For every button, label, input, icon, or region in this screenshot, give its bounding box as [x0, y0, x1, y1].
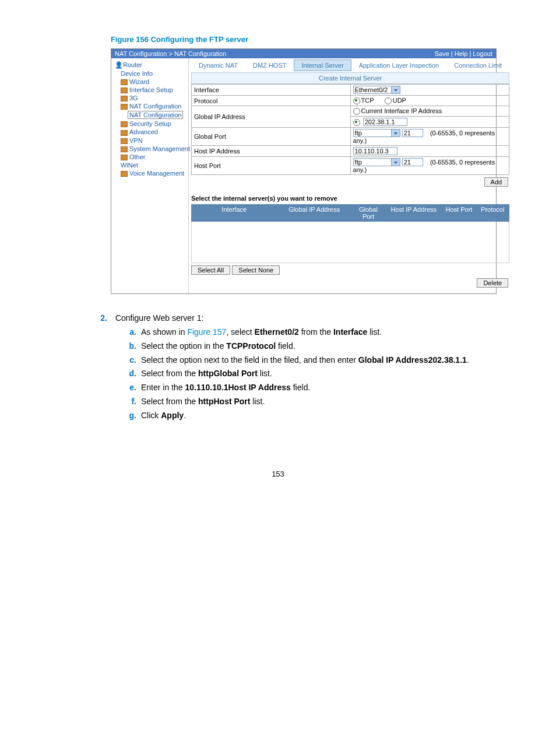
radio-tcp[interactable] [353, 97, 360, 104]
label-globalport: Global Port [192, 128, 351, 146]
substep: d.Select from the httpGlobal Port list. [126, 367, 521, 381]
folder-icon [121, 79, 128, 85]
delete-button[interactable]: Delete [477, 278, 508, 288]
label-interface: Interface [192, 85, 351, 96]
host-ip-input[interactable] [353, 147, 397, 155]
substep: b.Select the option in the TCPProtocol f… [126, 340, 521, 354]
tree-item[interactable]: NAT Configuration [112, 102, 187, 110]
folder-icon [121, 146, 128, 152]
global-port-input[interactable] [402, 129, 423, 137]
global-port-select[interactable]: ftp [353, 129, 400, 137]
folder-icon [121, 96, 128, 102]
folder-icon [121, 138, 128, 144]
host-port-input[interactable] [402, 158, 423, 166]
radio-udp-label: UDP [393, 97, 406, 104]
tree-root[interactable]: 👤Router [112, 61, 187, 69]
breadcrumb-bar: NAT Configuration > NAT Configuration Sa… [111, 49, 496, 58]
tree-item[interactable]: 3G [112, 94, 187, 102]
host-port-select[interactable]: ftp [353, 158, 400, 166]
folder-icon [121, 121, 128, 127]
interface-select[interactable]: Ethernet0/2 [353, 86, 400, 94]
tab[interactable]: Dynamic NAT [191, 60, 245, 71]
substep: a.As shown in Figure 157, select Etherne… [126, 326, 521, 340]
tree-item[interactable]: NAT Configuration [112, 110, 187, 120]
column-header: Interface [191, 204, 277, 222]
column-header: Protocol [476, 204, 509, 222]
tab[interactable]: DMZ HOST [245, 60, 294, 71]
select-none-button[interactable]: Select None [232, 265, 280, 275]
label-hostport: Host Port [192, 157, 351, 175]
column-header: Host Port [442, 204, 476, 222]
breadcrumb-links[interactable]: Save | Help | Logout [435, 50, 492, 57]
select-all-button[interactable]: Select All [191, 265, 230, 275]
figure-caption: Figure 156 Configuring the FTP server [111, 35, 521, 44]
radio-current-ip-label: Current Interface IP Address [361, 107, 442, 114]
tree-item[interactable]: Security Setup [112, 120, 187, 128]
nav-tree: 👤Router Device InfoWizardInterface Setup… [111, 58, 189, 293]
tab[interactable]: Application Layer Inspection [351, 60, 447, 71]
tree-item[interactable]: Wizard [112, 78, 187, 86]
radio-tcp-label: TCP [361, 97, 374, 104]
tab-bar: Dynamic NATDMZ HOSTInternal ServerApplic… [191, 60, 509, 71]
screenshot-panel: NAT Configuration > NAT Configuration Sa… [111, 48, 497, 294]
instructions: 2. Configure Web server 1: a.As shown in… [93, 312, 521, 422]
label-protocol: Protocol [192, 96, 351, 106]
column-header: Host IP Address [385, 204, 442, 222]
tree-item[interactable]: WiNet [112, 161, 187, 169]
tab[interactable]: Connection Limit [446, 60, 509, 71]
step-number: 2. [93, 312, 107, 326]
radio-udp[interactable] [385, 97, 392, 104]
tree-item[interactable]: Voice Management [112, 169, 187, 177]
step-text: Configure Web server 1: [115, 313, 203, 323]
tree-item[interactable]: Interface Setup [112, 86, 187, 94]
list-body [191, 222, 509, 263]
content-area: Dynamic NATDMZ HOSTInternal ServerApplic… [189, 58, 512, 293]
list-header: InterfaceGlobal IP AddressGlobal PortHos… [191, 204, 509, 222]
folder-icon [121, 88, 128, 93]
tree-item[interactable]: System Management [112, 145, 187, 153]
global-ip-input[interactable] [363, 118, 407, 126]
folder-icon [121, 155, 128, 160]
folder-icon [121, 171, 128, 177]
column-header: Global IP Address [277, 204, 352, 222]
substep: c.Select the option next to the field in… [126, 354, 521, 368]
tab[interactable]: Internal Server [294, 60, 351, 71]
section-header: Create Internal Server [191, 72, 509, 84]
breadcrumb-path: NAT Configuration > NAT Configuration [115, 50, 226, 57]
radio-current-ip[interactable] [353, 108, 360, 115]
tree-item[interactable]: Device Info [112, 69, 187, 78]
folder-icon [121, 104, 128, 110]
radio-custom-ip[interactable] [353, 119, 360, 126]
label-hostip: Host IP Address [192, 146, 351, 157]
page-number: 153 [35, 470, 521, 478]
column-header: Global Port [351, 204, 385, 222]
form-table: Interface Ethernet0/2 Protocol TCP UDP G… [191, 84, 509, 175]
remove-header: Select the internal server(s) you want t… [191, 195, 509, 202]
tree-item[interactable]: VPN [112, 136, 187, 145]
tree-item[interactable]: Other [112, 153, 187, 161]
tree-item[interactable]: Advanced [112, 128, 187, 136]
substep: g.Click Apply. [126, 409, 521, 423]
substep: f.Select from the httpHost Port list. [126, 395, 521, 409]
substep: e.Enter in the 10.110.10.1Host IP Addres… [126, 381, 521, 395]
add-button[interactable]: Add [484, 177, 509, 187]
folder-icon [121, 130, 128, 136]
label-globalip: Global IP Address [192, 106, 351, 128]
